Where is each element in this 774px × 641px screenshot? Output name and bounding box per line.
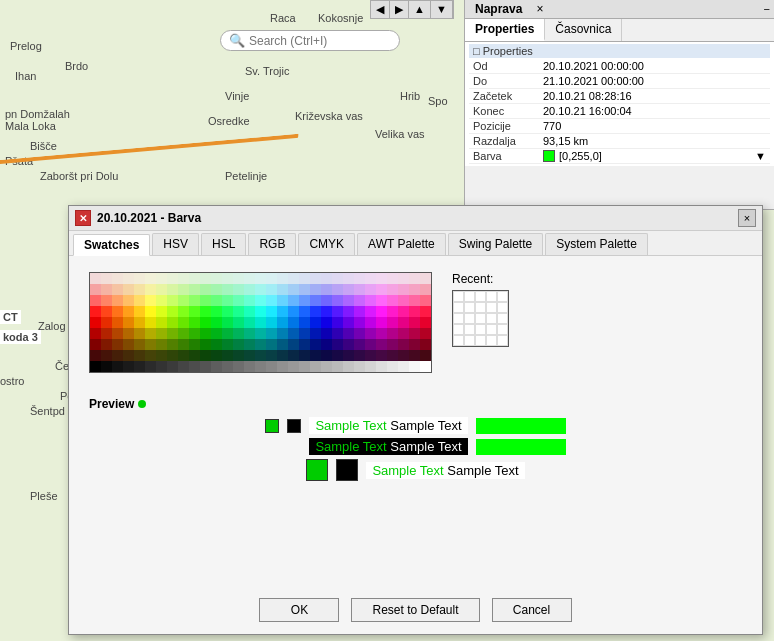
color-cell[interactable] (398, 273, 409, 284)
color-cell[interactable] (90, 328, 101, 339)
color-cell[interactable] (365, 284, 376, 295)
color-cell[interactable] (123, 273, 134, 284)
color-cell[interactable] (200, 350, 211, 361)
color-cell[interactable] (244, 306, 255, 317)
color-cell[interactable] (90, 317, 101, 328)
color-cell[interactable] (376, 328, 387, 339)
recent-cell[interactable] (497, 302, 508, 313)
color-cell[interactable] (343, 306, 354, 317)
color-cell[interactable] (420, 295, 431, 306)
color-cell[interactable] (321, 361, 332, 372)
color-cell[interactable] (321, 295, 332, 306)
color-cell[interactable] (123, 361, 134, 372)
color-cell[interactable] (167, 350, 178, 361)
color-cell[interactable] (398, 317, 409, 328)
recent-cell[interactable] (453, 291, 464, 302)
color-cell[interactable] (398, 295, 409, 306)
color-cell[interactable] (90, 339, 101, 350)
color-cell[interactable] (343, 339, 354, 350)
nav-left[interactable]: ◀ (371, 1, 390, 18)
color-cell[interactable] (365, 339, 376, 350)
color-cell[interactable] (321, 317, 332, 328)
color-cell[interactable] (167, 361, 178, 372)
color-cell[interactable] (90, 306, 101, 317)
color-cell[interactable] (376, 284, 387, 295)
color-cell[interactable] (288, 339, 299, 350)
color-cell[interactable] (200, 328, 211, 339)
color-cell[interactable] (211, 328, 222, 339)
color-cell[interactable] (123, 295, 134, 306)
recent-cell[interactable] (464, 313, 475, 324)
color-cell[interactable] (310, 273, 321, 284)
color-cell[interactable] (112, 361, 123, 372)
color-cell[interactable] (134, 284, 145, 295)
color-cell[interactable] (255, 295, 266, 306)
color-cell[interactable] (244, 361, 255, 372)
color-cell[interactable] (90, 295, 101, 306)
color-cell[interactable] (310, 295, 321, 306)
color-cell[interactable] (145, 284, 156, 295)
color-cell[interactable] (266, 328, 277, 339)
color-cell[interactable] (387, 328, 398, 339)
color-cell[interactable] (156, 317, 167, 328)
color-cell[interactable] (255, 339, 266, 350)
nav-up[interactable]: ▲ (409, 1, 431, 18)
color-cell[interactable] (365, 273, 376, 284)
color-cell[interactable] (112, 273, 123, 284)
color-cell[interactable] (376, 339, 387, 350)
color-cell[interactable] (310, 350, 321, 361)
color-cell[interactable] (167, 328, 178, 339)
color-cell[interactable] (134, 350, 145, 361)
tab-awt-palette[interactable]: AWT Palette (357, 233, 446, 255)
color-cell[interactable] (156, 306, 167, 317)
color-cell[interactable] (134, 328, 145, 339)
recent-cell[interactable] (475, 302, 486, 313)
color-cell[interactable] (112, 317, 123, 328)
color-cell[interactable] (189, 284, 200, 295)
color-cell[interactable] (189, 339, 200, 350)
color-cell[interactable] (266, 284, 277, 295)
color-cell[interactable] (288, 295, 299, 306)
color-cell[interactable] (200, 284, 211, 295)
color-cell[interactable] (134, 306, 145, 317)
tab-cmyk[interactable]: CMYK (298, 233, 355, 255)
nav-right[interactable]: ▶ (390, 1, 409, 18)
color-cell[interactable] (299, 339, 310, 350)
color-cell[interactable] (156, 350, 167, 361)
color-cell[interactable] (123, 339, 134, 350)
recent-cell[interactable] (464, 302, 475, 313)
color-cell[interactable] (387, 284, 398, 295)
tab-properties[interactable]: Properties (465, 19, 545, 41)
color-cell[interactable] (409, 339, 420, 350)
color-cell[interactable] (420, 284, 431, 295)
color-cell[interactable] (288, 350, 299, 361)
color-cell[interactable] (189, 328, 200, 339)
color-cell[interactable] (321, 328, 332, 339)
recent-cell[interactable] (464, 291, 475, 302)
tab-swatches[interactable]: Swatches (73, 234, 150, 256)
cancel-button[interactable]: Cancel (492, 598, 572, 622)
color-cell[interactable] (222, 306, 233, 317)
color-cell[interactable] (145, 295, 156, 306)
color-cell[interactable] (189, 306, 200, 317)
color-cell[interactable] (376, 295, 387, 306)
color-cell[interactable] (211, 306, 222, 317)
color-cell[interactable] (343, 273, 354, 284)
color-cell[interactable] (343, 317, 354, 328)
color-cell[interactable] (222, 339, 233, 350)
right-panel-minimize[interactable]: − (764, 3, 770, 15)
color-cell[interactable] (222, 350, 233, 361)
color-cell[interactable] (299, 328, 310, 339)
color-cell[interactable] (90, 273, 101, 284)
recent-cell[interactable] (497, 335, 508, 346)
color-cell[interactable] (101, 328, 112, 339)
color-cell[interactable] (112, 350, 123, 361)
color-cell[interactable] (233, 350, 244, 361)
color-cell[interactable] (101, 284, 112, 295)
search-input[interactable] (249, 34, 389, 48)
color-cell[interactable] (299, 361, 310, 372)
color-cell[interactable] (244, 284, 255, 295)
color-cell[interactable] (277, 284, 288, 295)
color-cell[interactable] (244, 328, 255, 339)
color-cell[interactable] (387, 306, 398, 317)
